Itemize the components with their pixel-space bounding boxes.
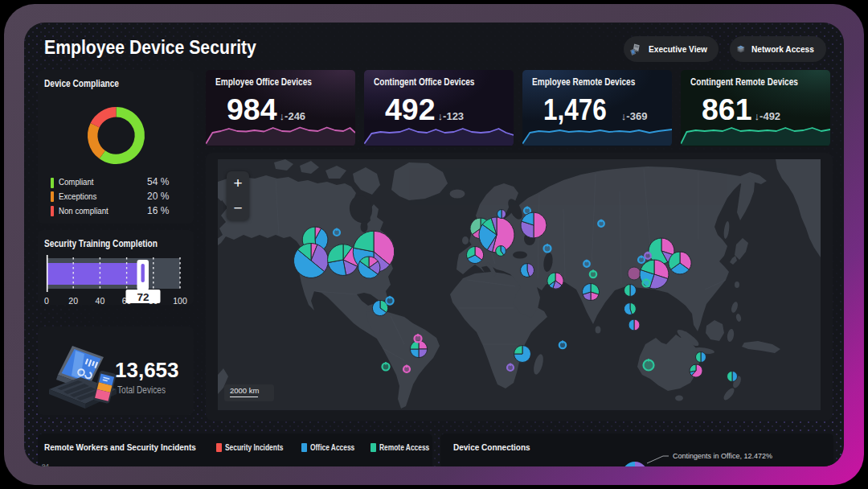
svg-text:40: 40 [96, 296, 105, 305]
svg-text:20: 20 [68, 296, 78, 305]
svg-text:72: 72 [137, 291, 149, 303]
svg-text:100: 100 [173, 296, 187, 305]
svg-text:Contingents in Office, 12.472%: Contingents in Office, 12.472% [673, 452, 772, 460]
svg-text:0: 0 [44, 296, 49, 305]
